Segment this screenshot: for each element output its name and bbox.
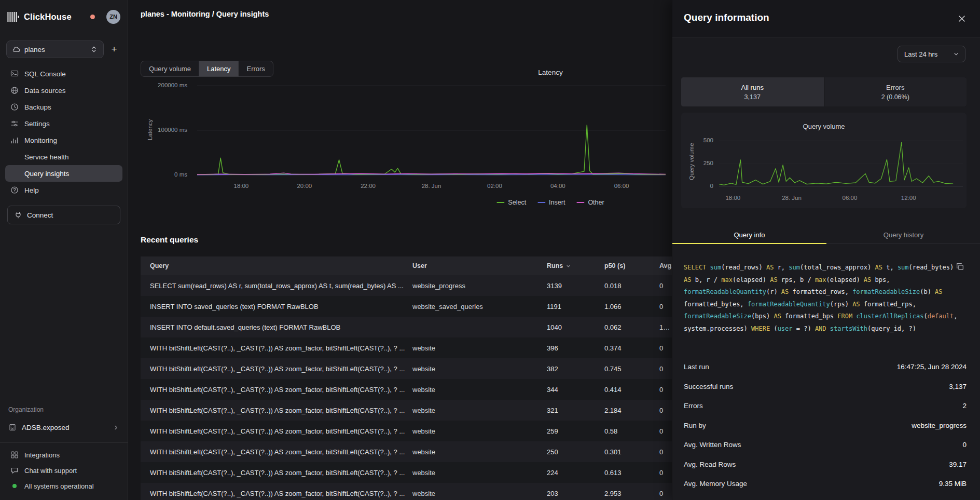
sql-line: AS b, r / max(elapsed) AS rps, b / max(e… <box>684 274 963 287</box>
query-cell: WITH bitShiftLeft(CAST(?..), _CAST(?..))… <box>141 407 412 414</box>
query-information-panel: Query information Last 24 hrs All runs 3… <box>672 0 980 500</box>
p50-cell: 0.58 <box>604 427 659 435</box>
sidebar-item-label: Query insights <box>24 170 69 178</box>
detail-value: 0 <box>962 441 967 449</box>
table-row[interactable]: WITH bitShiftLeft(CAST(?..), _CAST(?..))… <box>141 358 672 379</box>
runs-cell: 3139 <box>547 282 604 290</box>
time-range-select[interactable]: Last 24 hrs <box>898 46 965 62</box>
query-cell: WITH bitShiftLeft(CAST(?..), _CAST(?..))… <box>141 365 412 373</box>
avg-cell: 0 <box>659 282 672 290</box>
detail-row: Avg. Written Rows0 <box>684 435 967 455</box>
p50-cell: 0.745 <box>604 365 659 373</box>
legend-label: Select <box>508 199 526 206</box>
sql-line: SELECT sum(read_rows) AS r, sum(total_ro… <box>684 262 963 274</box>
detail-row: Avg. Read Rows39.17 <box>684 455 967 475</box>
column-header-avg[interactable]: Avg. <box>659 262 672 269</box>
x-tick-label: 22:00 <box>361 183 376 189</box>
table-row[interactable]: WITH bitShiftLeft(CAST(?..), _CAST(?..))… <box>141 379 672 400</box>
copy-icon[interactable] <box>956 262 964 271</box>
user-cell: website <box>412 365 547 373</box>
column-header-p50[interactable]: p50 (s) <box>604 262 659 269</box>
building-icon <box>8 423 17 431</box>
sidebar-nav: SQL ConsoleData sourcesBackupsSettingsMo… <box>0 63 128 198</box>
sliders-icon <box>10 119 19 128</box>
sidebar-item-settings[interactable]: Settings <box>5 115 122 132</box>
query-cell: SELECT sum(read_rows) AS r, sum(total_ro… <box>141 282 412 290</box>
sidebar-item-help[interactable]: Help <box>5 182 122 198</box>
legend-item-other[interactable]: Other <box>576 199 604 206</box>
connect-button[interactable]: Connect <box>7 206 120 224</box>
detail-value: 39.17 <box>949 461 967 468</box>
sidebar-item-label: Monitoring <box>24 137 57 144</box>
p50-cell: 0.301 <box>604 448 659 456</box>
table-row[interactable]: WITH bitShiftLeft(CAST(?..), _CAST(?..))… <box>141 421 672 441</box>
all-runs-value: 3,137 <box>744 93 761 101</box>
detail-label: Avg. Written Rows <box>684 441 741 449</box>
table-row[interactable]: INSERT INTO saved_queries (text) FORMAT … <box>141 296 672 317</box>
table-row[interactable]: WITH bitShiftLeft(CAST(?..), _CAST(?..))… <box>141 441 672 462</box>
table-row[interactable]: WITH bitShiftLeft(CAST(?..), _CAST(?..))… <box>141 400 672 421</box>
sidebar-item-query-insights[interactable]: Query insights <box>5 165 122 182</box>
sql-code-block: SELECT sum(read_rows) AS r, sum(total_ro… <box>684 262 963 335</box>
sidebar-item-backups[interactable]: Backups <box>5 99 122 115</box>
sql-line: formatted_bytes, formatReadableQuantity(… <box>684 299 963 311</box>
plug-icon <box>14 211 22 219</box>
cloud-icon <box>12 45 20 53</box>
y-tick-label: 0 <box>681 183 713 189</box>
add-service-button[interactable]: + <box>107 42 121 57</box>
runs-cell: 344 <box>547 386 604 394</box>
sidebar-item-data-sources[interactable]: Data sources <box>5 82 122 99</box>
column-header-query[interactable]: Query <box>141 262 412 269</box>
detail-row: Run bywebsite_progress <box>684 416 967 436</box>
table-row[interactable]: SELECT sum(read_rows) AS r, sum(total_ro… <box>141 275 672 296</box>
organization-item[interactable]: ADSB.exposed <box>8 418 119 436</box>
chart-icon <box>10 136 19 144</box>
detail-row: p50 latency0.018 <box>684 494 967 500</box>
detail-row: Avg. Memory Usage9.35 MiB <box>684 474 967 494</box>
service-selector[interactable]: planes <box>6 40 104 58</box>
errors-label: Errors <box>886 84 904 91</box>
sidebar-item-label: Help <box>24 186 39 194</box>
app-root: ClickHouse ZN planes + SQL ConsoleData s… <box>0 0 980 500</box>
sidebar-item-service-health[interactable]: Service health <box>5 148 122 165</box>
sql-line: system.processes) WHERE (user = ?) AND s… <box>684 323 963 335</box>
table-row[interactable]: WITH bitShiftLeft(CAST(?..), _CAST(?..))… <box>141 483 672 500</box>
column-header-runs[interactable]: Runs <box>547 262 604 269</box>
stat-tab-all-runs[interactable]: All runs 3,137 <box>681 77 824 106</box>
legend-item-select[interactable]: Select <box>496 199 526 206</box>
avg-cell: 0 <box>659 427 672 435</box>
legend-item-insert[interactable]: Insert <box>537 199 565 206</box>
sidebar-item-integrations[interactable]: Integrations <box>5 447 122 463</box>
close-icon[interactable] <box>957 14 967 23</box>
detail-row: Errors2 <box>684 396 967 416</box>
detail-value: website_progress <box>912 422 967 429</box>
panel-title: Query information <box>684 12 769 23</box>
chart-title: Query volume <box>803 123 845 130</box>
table-row[interactable]: WITH bitShiftLeft(CAST(?..), _CAST(?..))… <box>141 462 672 483</box>
avatar[interactable]: ZN <box>106 10 120 24</box>
p50-cell: 0.062 <box>604 323 659 331</box>
table-row[interactable]: WITH bitShiftLeft(CAST(?..), _CAST(?..))… <box>141 337 672 358</box>
detail-value: 16:47:25, Jun 28 2024 <box>897 363 967 371</box>
stat-tab-errors[interactable]: Errors 2 (0.06%) <box>824 77 967 106</box>
p50-cell: 0.018 <box>604 282 659 290</box>
tab-query-history[interactable]: Query history <box>826 226 980 244</box>
user-cell: website <box>412 469 547 477</box>
table-row[interactable]: INSERT INTO default.saved_queries (text)… <box>141 317 672 337</box>
x-tick-label: 20:00 <box>297 183 312 189</box>
x-tick-label: 18:00 <box>233 183 249 189</box>
user-cell: website <box>412 407 547 414</box>
sidebar-item-sql-console[interactable]: SQL Console <box>5 65 122 82</box>
sidebar-item-chat-with-support[interactable]: Chat with support <box>5 463 122 478</box>
user-cell: website_saved_queries <box>412 303 547 310</box>
legend-swatch <box>496 202 504 204</box>
x-tick-label: 06:00 <box>614 183 629 189</box>
avg-cell: 0 <box>659 490 672 497</box>
chevron-down-icon <box>953 50 960 58</box>
column-header-user[interactable]: User <box>412 262 547 269</box>
recent-queries-heading: Recent queries <box>141 235 198 245</box>
tab-query-info[interactable]: Query info <box>672 226 826 244</box>
sidebar-item-all-systems-operational[interactable]: All systems operational <box>5 478 122 494</box>
sidebar-item-monitoring[interactable]: Monitoring <box>5 132 122 148</box>
query-cell: WITH bitShiftLeft(CAST(?..), _CAST(?..))… <box>141 386 412 394</box>
